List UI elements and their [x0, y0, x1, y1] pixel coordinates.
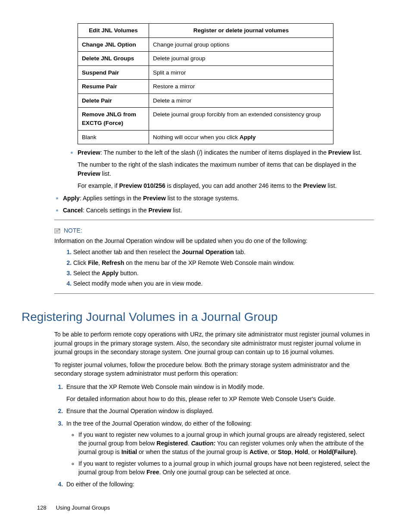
footer-section: Using Journal Groups — [56, 504, 110, 511]
step-3-options: If you want to register new volumes to a… — [69, 430, 374, 476]
page-number: 128 — [37, 504, 54, 512]
note-step-2: Click File, Refresh on the menu bar of t… — [73, 258, 374, 267]
cell: Delete Pair — [78, 93, 149, 108]
note-step-3: Select the Apply button. — [73, 269, 374, 277]
cell: Restore a mirror — [149, 80, 333, 94]
note-intro: Information on the Journal Operation win… — [54, 236, 374, 245]
step-1-sub: For detailed information about how to do… — [66, 395, 374, 403]
apply-cancel-list: Apply: Applies settings in the Preview l… — [53, 193, 374, 215]
cell: Change journal group options — [149, 37, 333, 52]
step-2: Ensure that the Journal Operation window… — [65, 407, 374, 415]
cell: Resume Pair — [78, 80, 149, 94]
page-footer: 128 Using Journal Groups — [37, 504, 110, 512]
cell: Blank — [78, 130, 149, 144]
procedure-steps: Ensure that the XP Remote Web Console ma… — [55, 383, 374, 489]
cell: Delete a mirror — [149, 93, 333, 108]
step-3a: If you want to register new volumes to a… — [78, 430, 374, 457]
cell: Split a mirror — [149, 65, 333, 80]
cell: Delete journal group forcibly from an ex… — [149, 108, 333, 130]
note-icon — [54, 227, 61, 233]
note-label: NOTE: — [64, 226, 82, 235]
apply-bullet: Apply: Applies settings in the Preview l… — [63, 193, 374, 202]
step-4: Do either of the following: — [65, 480, 374, 488]
preview-bullet-list: Preview: The number to the left of the s… — [67, 148, 374, 190]
cell: Suspend Pair — [78, 65, 149, 80]
table-header-2: Register or delete journal volumes — [149, 24, 333, 38]
table-header-1: Edit JNL Volumes — [78, 24, 149, 38]
divider — [54, 293, 374, 294]
cell: Nothing will occur when you click Apply — [149, 130, 333, 144]
note-steps: Select another tab and then reselect the… — [65, 248, 374, 288]
step-3b: If you want to register volumes to a jou… — [78, 459, 374, 477]
note-step-1: Select another tab and then reselect the… — [73, 248, 374, 256]
step-1: Ensure that the XP Remote Web Console ma… — [65, 383, 374, 404]
cell: Delete JNL Groups — [78, 52, 149, 66]
cell: Remove JNLG from EXCTG (Force) — [78, 108, 149, 130]
cell: Delete journal group — [149, 52, 333, 66]
paragraph-1: To be able to perform remote copy operat… — [54, 330, 374, 356]
preview-bullet: Preview: The number to the left of the s… — [78, 148, 374, 190]
divider — [54, 220, 374, 220]
cancel-bullet: Cancel: Cancels settings in the Preview … — [63, 205, 374, 215]
step-3: In the tree of the Journal Operation win… — [65, 419, 374, 477]
note-step-4: Select modify mode when you are in view … — [73, 279, 374, 288]
note-header: NOTE: — [54, 226, 374, 235]
paragraph-2: To register journal volumes, follow the … — [54, 361, 374, 378]
section-heading: Registering Journal Volumes in a Journal… — [22, 308, 374, 326]
operations-table: Edit JNL Volumes Register or delete jour… — [78, 23, 333, 144]
cell: Change JNL Option — [78, 37, 149, 52]
